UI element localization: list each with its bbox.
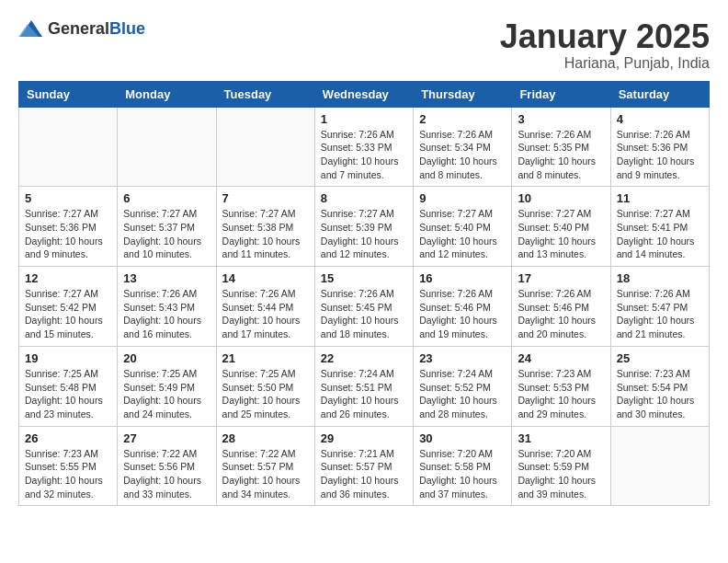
day-info: Sunrise: 7:22 AMSunset: 5:56 PMDaylight:…	[123, 447, 210, 501]
day-cell: 29Sunrise: 7:21 AMSunset: 5:57 PMDayligh…	[314, 426, 413, 506]
week-row-3: 12Sunrise: 7:27 AMSunset: 5:42 PMDayligh…	[19, 267, 710, 347]
day-info: Sunrise: 7:27 AMSunset: 5:41 PMDaylight:…	[617, 207, 703, 261]
title-block: January 2025 Hariana, Punjab, India	[500, 18, 710, 72]
day-cell: 25Sunrise: 7:23 AMSunset: 5:54 PMDayligh…	[610, 346, 709, 426]
day-number: 13	[123, 271, 210, 285]
day-number: 21	[222, 351, 309, 365]
day-number: 5	[25, 191, 111, 205]
day-number: 23	[419, 351, 506, 365]
logo: GeneralBlue	[18, 18, 145, 39]
day-info: Sunrise: 7:23 AMSunset: 5:54 PMDaylight:…	[617, 367, 703, 421]
day-number: 8	[321, 191, 407, 205]
day-info: Sunrise: 7:24 AMSunset: 5:52 PMDaylight:…	[419, 367, 506, 421]
day-info: Sunrise: 7:27 AMSunset: 5:42 PMDaylight:…	[25, 287, 111, 341]
day-number: 22	[321, 351, 407, 365]
day-cell: 18Sunrise: 7:26 AMSunset: 5:47 PMDayligh…	[610, 267, 709, 347]
day-number: 15	[321, 271, 407, 285]
day-cell: 8Sunrise: 7:27 AMSunset: 5:39 PMDaylight…	[314, 187, 413, 267]
month-title: January 2025	[500, 18, 710, 55]
day-cell: 21Sunrise: 7:25 AMSunset: 5:50 PMDayligh…	[216, 346, 314, 426]
week-row-5: 26Sunrise: 7:23 AMSunset: 5:55 PMDayligh…	[19, 426, 710, 506]
header-wednesday: Wednesday	[314, 81, 413, 107]
day-number: 31	[518, 431, 604, 445]
day-number: 10	[518, 191, 604, 205]
day-info: Sunrise: 7:26 AMSunset: 5:45 PMDaylight:…	[321, 287, 407, 341]
week-row-4: 19Sunrise: 7:25 AMSunset: 5:48 PMDayligh…	[19, 346, 710, 426]
day-number: 16	[419, 271, 506, 285]
day-number: 3	[518, 112, 604, 126]
day-number: 24	[518, 351, 604, 365]
day-cell	[610, 426, 709, 506]
day-cell	[118, 107, 216, 187]
weekday-header-row: Sunday Monday Tuesday Wednesday Thursday…	[19, 81, 710, 107]
day-cell: 12Sunrise: 7:27 AMSunset: 5:42 PMDayligh…	[19, 267, 118, 347]
day-number: 9	[419, 191, 506, 205]
week-row-1: 1Sunrise: 7:26 AMSunset: 5:33 PMDaylight…	[19, 107, 710, 187]
day-info: Sunrise: 7:26 AMSunset: 5:33 PMDaylight:…	[321, 128, 407, 182]
day-cell: 13Sunrise: 7:26 AMSunset: 5:43 PMDayligh…	[118, 267, 216, 347]
day-cell: 1Sunrise: 7:26 AMSunset: 5:33 PMDaylight…	[314, 107, 413, 187]
day-info: Sunrise: 7:23 AMSunset: 5:55 PMDaylight:…	[25, 447, 111, 501]
day-cell: 6Sunrise: 7:27 AMSunset: 5:37 PMDaylight…	[118, 187, 216, 267]
week-row-2: 5Sunrise: 7:27 AMSunset: 5:36 PMDaylight…	[19, 187, 710, 267]
page-header: GeneralBlue January 2025 Hariana, Punjab…	[18, 18, 710, 72]
header-thursday: Thursday	[414, 81, 512, 107]
day-info: Sunrise: 7:24 AMSunset: 5:51 PMDaylight:…	[321, 367, 407, 421]
day-info: Sunrise: 7:27 AMSunset: 5:40 PMDaylight:…	[419, 207, 506, 261]
day-number: 20	[123, 351, 210, 365]
day-cell: 3Sunrise: 7:26 AMSunset: 5:35 PMDaylight…	[512, 107, 610, 187]
day-info: Sunrise: 7:27 AMSunset: 5:38 PMDaylight:…	[222, 207, 309, 261]
day-number: 30	[419, 431, 506, 445]
day-info: Sunrise: 7:26 AMSunset: 5:46 PMDaylight:…	[419, 287, 506, 341]
day-info: Sunrise: 7:26 AMSunset: 5:35 PMDaylight:…	[518, 128, 604, 182]
header-saturday: Saturday	[610, 81, 709, 107]
day-info: Sunrise: 7:26 AMSunset: 5:47 PMDaylight:…	[617, 287, 703, 341]
day-number: 1	[321, 112, 407, 126]
day-cell: 10Sunrise: 7:27 AMSunset: 5:40 PMDayligh…	[512, 187, 610, 267]
day-number: 18	[617, 271, 703, 285]
day-cell: 4Sunrise: 7:26 AMSunset: 5:36 PMDaylight…	[610, 107, 709, 187]
day-cell: 30Sunrise: 7:20 AMSunset: 5:58 PMDayligh…	[414, 426, 512, 506]
day-cell: 28Sunrise: 7:22 AMSunset: 5:57 PMDayligh…	[216, 426, 314, 506]
day-number: 25	[617, 351, 703, 365]
day-cell: 16Sunrise: 7:26 AMSunset: 5:46 PMDayligh…	[414, 267, 512, 347]
day-number: 28	[222, 431, 309, 445]
day-number: 19	[25, 351, 111, 365]
day-cell: 27Sunrise: 7:22 AMSunset: 5:56 PMDayligh…	[118, 426, 216, 506]
day-cell: 19Sunrise: 7:25 AMSunset: 5:48 PMDayligh…	[19, 346, 118, 426]
header-friday: Friday	[512, 81, 610, 107]
day-cell: 22Sunrise: 7:24 AMSunset: 5:51 PMDayligh…	[314, 346, 413, 426]
day-cell: 31Sunrise: 7:20 AMSunset: 5:59 PMDayligh…	[512, 426, 610, 506]
logo-general: General	[48, 19, 109, 38]
day-cell: 7Sunrise: 7:27 AMSunset: 5:38 PMDaylight…	[216, 187, 314, 267]
day-number: 12	[25, 271, 111, 285]
day-info: Sunrise: 7:20 AMSunset: 5:58 PMDaylight:…	[419, 447, 506, 501]
header-sunday: Sunday	[19, 81, 118, 107]
day-cell: 20Sunrise: 7:25 AMSunset: 5:49 PMDayligh…	[118, 346, 216, 426]
day-number: 14	[222, 271, 309, 285]
day-info: Sunrise: 7:23 AMSunset: 5:53 PMDaylight:…	[518, 367, 604, 421]
day-info: Sunrise: 7:26 AMSunset: 5:36 PMDaylight:…	[617, 128, 703, 182]
day-cell: 23Sunrise: 7:24 AMSunset: 5:52 PMDayligh…	[414, 346, 512, 426]
day-number: 17	[518, 271, 604, 285]
day-cell: 14Sunrise: 7:26 AMSunset: 5:44 PMDayligh…	[216, 267, 314, 347]
day-number: 27	[123, 431, 210, 445]
day-info: Sunrise: 7:25 AMSunset: 5:50 PMDaylight:…	[222, 367, 309, 421]
day-number: 4	[617, 112, 703, 126]
calendar: Sunday Monday Tuesday Wednesday Thursday…	[18, 81, 710, 507]
day-info: Sunrise: 7:26 AMSunset: 5:34 PMDaylight:…	[419, 128, 506, 182]
day-number: 6	[123, 191, 210, 205]
day-cell: 17Sunrise: 7:26 AMSunset: 5:46 PMDayligh…	[512, 267, 610, 347]
day-info: Sunrise: 7:27 AMSunset: 5:36 PMDaylight:…	[25, 207, 111, 261]
location: Hariana, Punjab, India	[500, 55, 710, 72]
day-cell: 5Sunrise: 7:27 AMSunset: 5:36 PMDaylight…	[19, 187, 118, 267]
day-info: Sunrise: 7:27 AMSunset: 5:39 PMDaylight:…	[321, 207, 407, 261]
day-number: 29	[321, 431, 407, 445]
day-number: 26	[25, 431, 111, 445]
day-info: Sunrise: 7:21 AMSunset: 5:57 PMDaylight:…	[321, 447, 407, 501]
day-number: 11	[617, 191, 703, 205]
day-cell: 2Sunrise: 7:26 AMSunset: 5:34 PMDaylight…	[414, 107, 512, 187]
day-info: Sunrise: 7:22 AMSunset: 5:57 PMDaylight:…	[222, 447, 309, 501]
day-cell: 11Sunrise: 7:27 AMSunset: 5:41 PMDayligh…	[610, 187, 709, 267]
day-number: 2	[419, 112, 506, 126]
